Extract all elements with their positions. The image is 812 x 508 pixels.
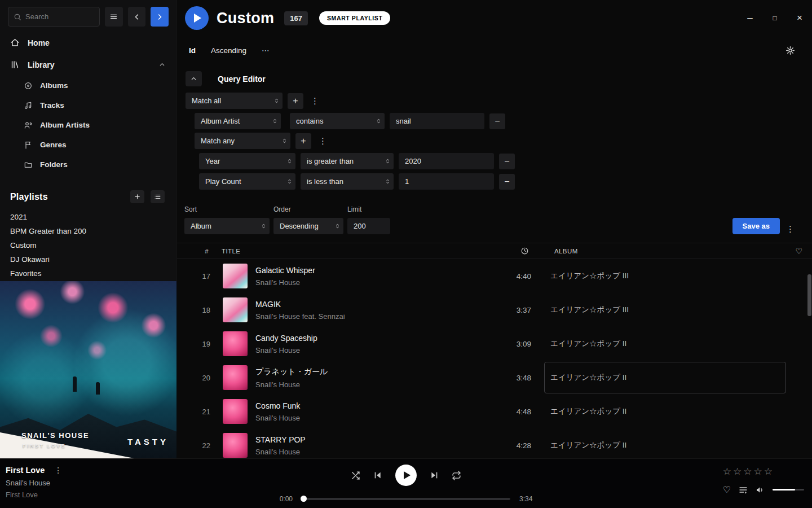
track-album-cell[interactable]: エイリアン☆ポップ II xyxy=(531,396,786,427)
duration-clock-icon[interactable] xyxy=(520,247,531,255)
folder-icon xyxy=(24,160,33,169)
sort-select[interactable]: Album xyxy=(184,218,270,234)
star-icon[interactable]: ☆ xyxy=(733,466,742,478)
rule-operator-select[interactable]: is less than xyxy=(301,173,394,190)
playlist-item[interactable]: BPM Greater than 200 xyxy=(0,224,176,238)
playlist-item[interactable]: DJ Okawari xyxy=(0,252,176,266)
albums-icon xyxy=(24,81,33,90)
rule-field-select[interactable]: Play Count xyxy=(199,173,295,190)
sort-direction[interactable]: Ascending xyxy=(211,46,246,55)
sidebar-item-genres[interactable]: Genres xyxy=(0,135,176,155)
artwork-figure xyxy=(73,376,77,392)
rule-value-input[interactable] xyxy=(399,173,494,190)
playlist-item-label: Custom xyxy=(10,241,37,249)
close-button[interactable]: × xyxy=(787,9,812,27)
group-menu-button[interactable]: ⋮ xyxy=(308,96,321,106)
rule-field-select[interactable]: Year xyxy=(199,153,295,169)
sidebar-item-album-artists[interactable]: Album Artists xyxy=(0,115,176,135)
menu-button[interactable] xyxy=(105,7,123,27)
track-album-cell[interactable]: エイリアン☆ポップ II xyxy=(531,430,786,461)
favorite-button[interactable]: ♡ xyxy=(723,484,731,495)
play-playlist-button[interactable] xyxy=(185,6,209,30)
minimize-button[interactable]: – xyxy=(738,9,762,27)
favorite-heart-icon[interactable]: ♡ xyxy=(796,247,803,256)
track-album-cell[interactable]: エイリアン☆ポップ III xyxy=(531,260,786,292)
track-row[interactable]: 21 Cosmo Funk Snail's House 4:48 エイリアン☆ポ… xyxy=(177,395,812,428)
shuffle-button[interactable] xyxy=(351,471,360,480)
next-button[interactable] xyxy=(430,471,439,480)
remove-rule-button[interactable]: − xyxy=(489,113,505,129)
sidebar-item-albums[interactable]: Albums xyxy=(0,76,176,95)
add-playlist-button[interactable] xyxy=(130,190,144,203)
track-album-cell[interactable]: エイリアン☆ポップ II xyxy=(531,362,786,393)
now-playing-album: First Love xyxy=(6,491,62,499)
track-title: MAGIK xyxy=(255,300,486,309)
more-options-icon[interactable]: ⋯ xyxy=(262,46,270,55)
rule-value-input[interactable] xyxy=(390,113,484,129)
track-row[interactable]: 19 Candy Spaceship Snail's House 3:09 エイ… xyxy=(177,327,812,361)
queue-button[interactable] xyxy=(739,485,748,494)
settings-gear-icon[interactable] xyxy=(785,46,795,55)
rule-value-input[interactable] xyxy=(399,153,494,169)
match-mode-select[interactable]: Match all xyxy=(186,93,283,109)
previous-button[interactable] xyxy=(373,471,382,480)
track-album: エイリアン☆ポップ III xyxy=(550,305,629,315)
track-album: エイリアン☆ポップ II xyxy=(550,406,626,417)
playlist-item[interactable]: 2021 xyxy=(0,210,176,224)
column-album[interactable]: ALBUM xyxy=(531,248,786,255)
star-icon[interactable]: ☆ xyxy=(753,466,762,478)
track-table-header: # TITLE ALBUM ♡ xyxy=(177,243,812,259)
add-rule-button[interactable]: + xyxy=(288,93,303,109)
sidebar: Home Library Albums xyxy=(0,0,176,458)
group-menu-button[interactable]: ⋮ xyxy=(316,136,329,146)
add-rule-button[interactable]: + xyxy=(295,133,311,149)
seek-slider[interactable] xyxy=(302,498,510,500)
volume-slider[interactable] xyxy=(773,489,804,491)
scrollbar-thumb[interactable] xyxy=(807,274,811,316)
save-as-button[interactable]: Save as xyxy=(732,218,780,234)
rule-operator-select[interactable]: contains xyxy=(290,113,385,129)
sidebar-item-folders[interactable]: Folders xyxy=(0,155,176,174)
chevron-up-icon[interactable] xyxy=(158,61,166,68)
sidebar-item-tracks[interactable]: Tracks xyxy=(0,95,176,115)
maximize-button[interactable]: □ xyxy=(762,9,787,27)
sidebar-item-home[interactable]: Home xyxy=(0,32,176,54)
column-number[interactable]: # xyxy=(177,248,214,255)
star-icon[interactable]: ☆ xyxy=(723,466,732,478)
order-select[interactable]: Descending xyxy=(273,218,343,234)
track-row[interactable]: 18 MAGIK Snail's House feat. Sennzai 3:3… xyxy=(177,293,812,327)
playlist-list-button[interactable] xyxy=(151,190,165,203)
match-mode-select[interactable]: Match any xyxy=(195,133,290,149)
remove-rule-button[interactable]: − xyxy=(499,154,515,169)
volume-button[interactable] xyxy=(756,485,765,494)
track-album: エイリアン☆ポップ II xyxy=(550,373,626,383)
limit-input[interactable] xyxy=(347,218,390,234)
search-box[interactable] xyxy=(8,7,100,27)
nav-forward-button[interactable] xyxy=(151,7,169,27)
column-title[interactable]: TITLE xyxy=(214,248,248,255)
track-menu-button[interactable]: ⋮ xyxy=(54,466,62,475)
playlist-item[interactable]: Custom xyxy=(0,238,176,252)
collapse-query-editor-button[interactable] xyxy=(186,71,202,86)
track-artist: Snail's House xyxy=(255,380,486,389)
plus-icon: + xyxy=(301,136,306,146)
track-album-cell[interactable]: エイリアン☆ポップ II xyxy=(531,328,786,360)
track-row[interactable]: 20 プラネット・ガール Snail's House 3:48 エイリアン☆ポッ… xyxy=(177,361,812,395)
select-arrows-icon xyxy=(376,117,382,125)
track-album-cell[interactable]: エイリアン☆ポップ III xyxy=(531,294,786,326)
rule-field-select[interactable]: Album Artist xyxy=(195,113,281,129)
play-pause-button[interactable] xyxy=(395,465,417,486)
sort-field[interactable]: Id xyxy=(189,46,196,55)
track-row[interactable]: 22 STARRY POP Snail's House 4:28 エイリアン☆ポ… xyxy=(177,428,812,462)
remove-rule-button[interactable]: − xyxy=(499,174,515,190)
sidebar-item-library[interactable]: Library xyxy=(0,54,176,76)
track-row[interactable]: 17 Galactic Whisper Snail's House 4:40 エ… xyxy=(177,259,812,293)
nav-back-button[interactable] xyxy=(128,7,146,27)
search-input[interactable] xyxy=(25,12,94,21)
star-icon[interactable]: ☆ xyxy=(764,466,773,478)
playlist-item[interactable]: Favorites xyxy=(0,266,176,281)
save-menu-button[interactable]: ⋮ xyxy=(784,224,797,234)
rule-operator-select[interactable]: is greater than xyxy=(301,153,394,169)
repeat-button[interactable] xyxy=(452,471,461,480)
star-icon[interactable]: ☆ xyxy=(743,466,752,478)
